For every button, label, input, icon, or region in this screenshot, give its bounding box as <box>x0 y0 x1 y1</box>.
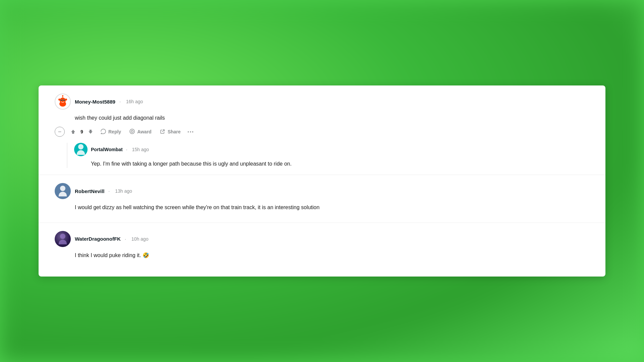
timestamp-reply-1: 15h ago <box>132 147 149 152</box>
svg-point-15 <box>131 130 133 132</box>
downvote-button-1[interactable] <box>86 127 95 136</box>
avatar-waterdragoonoffk <box>55 231 71 247</box>
comments-card: Money-Most5889 · 16h ago wish they could… <box>39 85 605 277</box>
award-button-1[interactable]: Award <box>126 126 154 137</box>
reply-section-1: PortalWombat · 15h ago Yep. I'm fine wit… <box>67 143 589 168</box>
vote-section-1: 9 <box>69 127 95 136</box>
reply-button-1[interactable]: Reply <box>98 126 124 137</box>
comment-header-3: WaterDragoonofFK · 10h ago <box>55 231 589 247</box>
svg-point-14 <box>130 129 135 134</box>
award-icon <box>129 128 135 135</box>
avatar-money-most5889 <box>55 94 71 110</box>
upvote-button-1[interactable] <box>69 127 77 136</box>
share-icon <box>160 128 166 135</box>
svg-point-4 <box>65 99 67 101</box>
reply-icon <box>100 128 106 135</box>
svg-point-13 <box>62 95 63 97</box>
timestamp-comment-2: 13h ago <box>115 188 132 194</box>
comment-text-1: wish they could just add diagonal rails <box>75 114 589 122</box>
person-icon-blue <box>55 183 71 199</box>
avatar-portalwombat <box>74 143 88 156</box>
award-label-1: Award <box>137 129 152 134</box>
person-icon-teal <box>74 143 88 156</box>
reply-text-1: Yep. I'm fine with taking a longer path … <box>91 160 589 168</box>
share-label-1: Share <box>168 129 181 134</box>
comment-header-2: RobertNevill · 13h ago <box>55 183 589 199</box>
svg-rect-10 <box>63 100 65 101</box>
comment-text-3: I think I would puke riding it. 🤣 <box>75 251 589 260</box>
timestamp-comment-3: 10h ago <box>131 236 149 242</box>
comment-header-1: Money-Most5889 · 16h ago <box>55 94 589 110</box>
comment-block-1: Money-Most5889 · 16h ago wish they could… <box>39 85 605 175</box>
reply-label-1: Reply <box>108 129 121 134</box>
username-robertnevill: RobertNevill <box>75 188 104 194</box>
collapse-icon: − <box>58 128 62 135</box>
avatar-robertnevill <box>55 183 71 199</box>
timestamp-comment-1: 16h ago <box>126 99 143 104</box>
share-button-1[interactable]: Share <box>157 126 183 137</box>
comment-actions-1: − 9 <box>55 126 589 137</box>
vote-count-1: 9 <box>79 129 84 134</box>
comment-text-2: I would get dizzy as hell watching the s… <box>75 203 589 212</box>
svg-point-3 <box>58 99 60 101</box>
username-waterdragoonoffk: WaterDragoonofFK <box>75 236 121 242</box>
username-money-most5889: Money-Most5889 <box>75 99 115 105</box>
svg-rect-9 <box>60 100 62 101</box>
more-options-button-1[interactable]: ··· <box>185 127 197 137</box>
comment-block-3: WaterDragoonofFK · 10h ago I think I wou… <box>39 223 605 270</box>
username-portalwombat: PortalWombat <box>91 147 123 152</box>
person-icon-dark <box>55 231 71 247</box>
collapse-button-1[interactable]: − <box>55 127 65 137</box>
comment-block-2: RobertNevill · 13h ago I would get dizzy… <box>39 175 605 223</box>
reply-header-1: PortalWombat · 15h ago <box>74 143 589 156</box>
